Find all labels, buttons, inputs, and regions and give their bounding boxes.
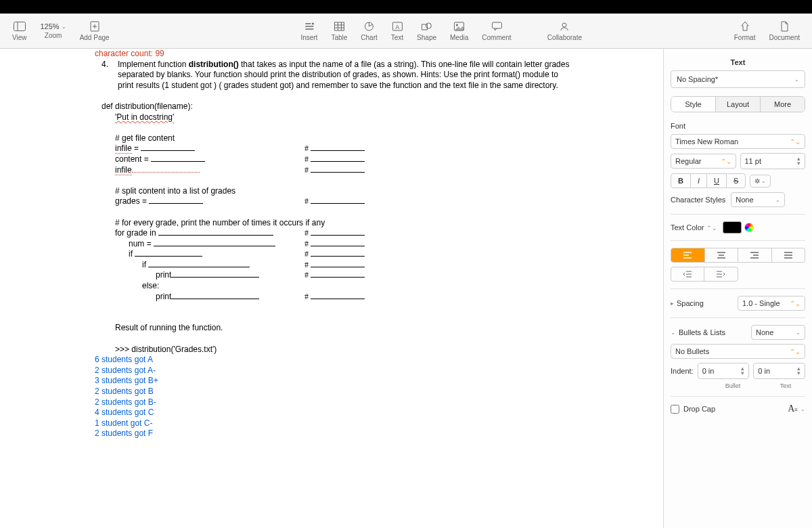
tab-more[interactable]: More <box>761 97 805 112</box>
text-color-label: Text Color ⌃⌄ <box>671 223 717 232</box>
docstring: 'Put in docstring' <box>115 112 174 122</box>
disclosure-icon[interactable]: ⌄ <box>671 329 676 336</box>
font-size-select[interactable]: 11 pt ▴▾ <box>740 153 806 169</box>
svg-rect-9 <box>334 22 344 30</box>
stepper-icon: ▴▾ <box>741 366 744 376</box>
document-icon <box>780 20 788 32</box>
char-styles-label: Character Styles <box>671 196 725 204</box>
table-button[interactable]: Table <box>324 20 354 41</box>
tab-layout[interactable]: Layout <box>716 97 761 112</box>
stepper-icon: ⌃⌄ <box>790 300 800 307</box>
drop-cap-checkbox[interactable]: Drop Cap <box>671 405 715 414</box>
chevron-down-icon: ⌄ <box>800 406 805 412</box>
disclosure-icon[interactable]: ▸ <box>671 300 674 307</box>
collaborate-button[interactable]: Collaborate <box>541 20 589 41</box>
comment-button[interactable]: Comment <box>475 20 518 41</box>
chart-button[interactable]: Chart <box>354 20 384 41</box>
outdent-button[interactable] <box>671 267 704 281</box>
bullets-style-select[interactable]: No Bullets ⌃⌄ <box>671 344 805 359</box>
media-button[interactable]: Media <box>443 20 475 41</box>
char-styles-select[interactable]: None ⌄ <box>731 192 785 207</box>
insert-icon <box>304 20 315 32</box>
text-options-button[interactable]: ✲⌄ <box>750 175 771 188</box>
comment-split: # split content into a list of grades <box>115 186 575 197</box>
font-weight-select[interactable]: Regular ⌃⌄ <box>671 154 736 169</box>
svg-rect-21 <box>492 22 501 28</box>
output-7: 2 students got F <box>95 428 575 439</box>
output-0: 6 students got A <box>95 355 575 366</box>
table-icon <box>334 20 344 32</box>
chevron-down-icon: ⌄ <box>794 76 799 83</box>
text-button[interactable]: A Text <box>384 20 410 41</box>
zoom-value: 125%⌄ <box>41 22 66 30</box>
font-family-select[interactable]: Times New Roman ⌃⌄ <box>671 134 805 149</box>
collaborate-icon <box>559 20 570 32</box>
svg-point-8 <box>311 23 313 25</box>
sidebar-icon <box>14 20 26 32</box>
shape-icon <box>422 20 432 32</box>
view-button[interactable]: View <box>5 20 34 41</box>
question-text: Implement function distribution() that t… <box>118 60 575 91</box>
chart-icon <box>364 20 375 32</box>
stepper-icon: ▴▾ <box>797 156 800 166</box>
zoom-button[interactable]: 125%⌄ Zoom <box>34 22 73 39</box>
format-button[interactable]: Format <box>727 20 763 41</box>
char-count: character count: 99 <box>95 49 575 60</box>
document-button[interactable]: Document <box>762 20 807 41</box>
stepper-icon: ⌃⌄ <box>790 138 800 146</box>
svg-point-20 <box>456 24 458 26</box>
tab-style[interactable]: Style <box>671 97 716 112</box>
stepper-icon: ⌃⌄ <box>721 158 731 165</box>
bullets-select[interactable]: None ⌄ <box>751 325 805 340</box>
output-5: 4 students got C <box>95 408 575 418</box>
comment-for: # for every grade, print the number of t… <box>115 218 575 229</box>
bold-button[interactable]: B <box>671 174 691 188</box>
drop-cap-icon: A≡ <box>788 403 798 414</box>
align-left-button[interactable] <box>671 248 705 262</box>
chevron-down-icon: ⌄ <box>775 197 780 203</box>
indent-bullet-input[interactable]: 0 in ▴▾ <box>698 363 750 379</box>
text-format-buttons: B I U S <box>671 173 746 188</box>
output-3: 2 students got B <box>95 387 575 397</box>
indent-text-input[interactable]: 0 in ▴▾ <box>753 363 805 379</box>
underline-button[interactable]: U <box>707 174 727 188</box>
svg-text:A: A <box>395 24 399 30</box>
italic-button[interactable]: I <box>691 174 707 188</box>
shape-button[interactable]: Shape <box>410 20 443 41</box>
align-center-button[interactable] <box>705 248 739 262</box>
comment-getfile: # get file content <box>115 133 575 144</box>
align-justify-button[interactable] <box>772 248 805 262</box>
media-icon <box>454 20 465 32</box>
font-label: Font <box>671 122 805 130</box>
spacing-select[interactable]: 1.0 - Single ⌃⌄ <box>738 296 805 311</box>
svg-rect-0 <box>14 22 25 31</box>
svg-point-18 <box>426 23 432 28</box>
paragraph-style-select[interactable]: No Spacing* ⌄ <box>671 70 805 88</box>
gear-icon: ✲ <box>754 177 760 185</box>
format-icon <box>740 20 750 32</box>
list-number: 4. <box>102 60 118 91</box>
stepper-icon: ▴▾ <box>797 366 800 376</box>
chevron-down-icon: ⌄ <box>796 330 800 336</box>
alignment-buttons <box>671 248 805 263</box>
toolbar: View 125%⌄ Zoom Add Page Insert Table Ch… <box>0 14 812 49</box>
strike-button[interactable]: S <box>727 174 745 188</box>
color-picker-icon[interactable] <box>744 223 754 232</box>
align-right-button[interactable] <box>738 248 772 262</box>
output-2: 3 students got B+ <box>95 376 575 387</box>
call-line: >>> distribution('Grades.txt') <box>115 345 575 355</box>
result-label: Result of running the function. <box>115 323 575 334</box>
def-line: def distribution(filename): <box>102 102 575 112</box>
indent-button[interactable] <box>704 267 737 281</box>
sidebar-header: Text <box>671 54 805 70</box>
comment-icon <box>491 20 502 32</box>
indent-buttons <box>671 267 738 282</box>
insert-button[interactable]: Insert <box>294 20 324 41</box>
text-color-swatch[interactable] <box>723 221 742 234</box>
add-page-icon <box>90 20 99 32</box>
output-1: 2 students got A- <box>95 366 575 376</box>
inspector-tabs: Style Layout More <box>671 96 805 112</box>
document-page[interactable]: character count: 99 4. Implement functio… <box>74 49 589 528</box>
text-icon: A <box>392 20 403 32</box>
add-page-button[interactable]: Add Page <box>73 20 116 41</box>
